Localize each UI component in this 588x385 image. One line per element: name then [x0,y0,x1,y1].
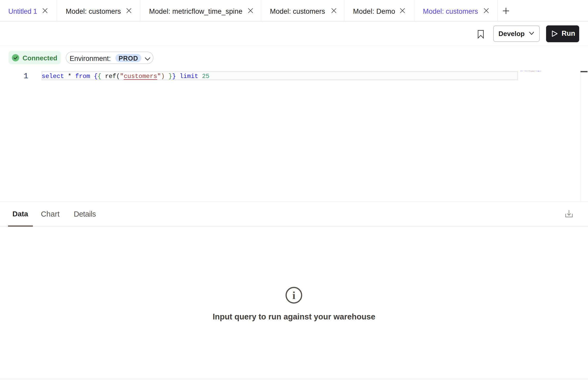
svg-text:i: i [292,289,296,301]
